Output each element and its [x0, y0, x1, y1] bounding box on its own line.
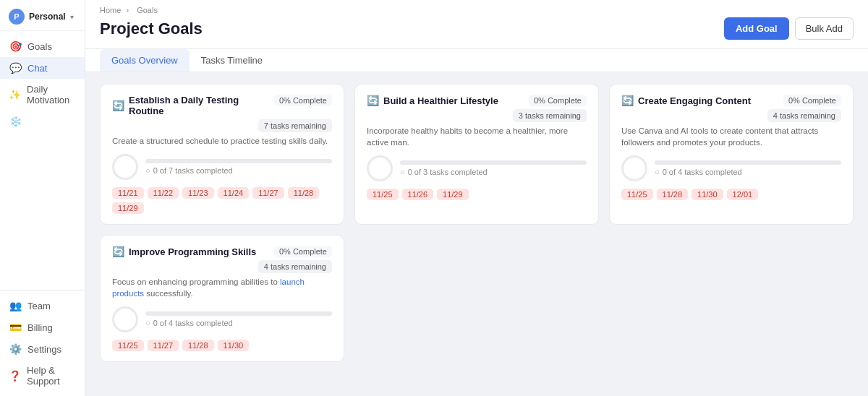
- goals-grid-row2: 🔄 Improve Programming Skills 0% Complete…: [100, 235, 854, 362]
- main-content: Home › Goals Project Goals Add Goal Bulk…: [85, 0, 868, 396]
- goal-desc-1: Create a structured schedule to practice…: [112, 135, 332, 147]
- bulk-add-button[interactable]: Bulk Add: [795, 17, 854, 40]
- date-chip: 11/25: [621, 189, 653, 200]
- progress-icon-3: ○: [655, 168, 660, 176]
- tab-goals-overview[interactable]: Goals Overview: [100, 49, 190, 72]
- goal-badge-2: 0% Complete: [529, 95, 587, 106]
- sidebar-item-billing[interactable]: 💳 Billing: [0, 317, 85, 338]
- progress-circle-3: [621, 155, 647, 181]
- goal-tasks-1: 7 tasks remaining: [258, 119, 332, 132]
- date-chip: 11/23: [182, 187, 214, 199]
- breadcrumb-home[interactable]: Home: [100, 6, 121, 14]
- date-chip: 11/27: [148, 340, 179, 351]
- goal-icon-4: 🔄: [112, 246, 124, 257]
- goal-title-1: Establish a Daily Testing Routine: [129, 95, 274, 116]
- date-chip: 12/01: [727, 189, 759, 200]
- goal-dates-3: 11/25 11/28 11/30 12/01: [621, 189, 841, 200]
- goal-progress-4: ○ 0 of 4 tasks completed: [112, 306, 332, 332]
- sidebar: P Personal ▾ 🎯 Goals 💬 Chat ✨ Daily Moti…: [0, 0, 85, 396]
- progress-circle-2: [367, 155, 393, 181]
- goal-icon-1: 🔄: [112, 100, 124, 111]
- goal-dates-1: 11/21 11/22 11/23 11/24 11/27 11/28 11/2…: [112, 187, 332, 214]
- date-chip: 11/29: [437, 189, 469, 200]
- sidebar-label-team: Team: [27, 301, 51, 311]
- desc-link-4[interactable]: launch products: [112, 277, 305, 298]
- progress-text-2: 0 of 3 tasks completed: [408, 168, 488, 176]
- team-icon: 👥: [9, 300, 22, 311]
- progress-icon-1: ○: [145, 166, 150, 175]
- goal-badge-3: 0% Complete: [783, 95, 841, 106]
- date-chip: 11/26: [402, 189, 434, 200]
- sidebar-nav: 🎯 Goals 💬 Chat ✨ Daily Motivation ❄️: [0, 31, 85, 290]
- goals-area: 🔄 Establish a Daily Testing Routine 0% C…: [85, 72, 868, 396]
- date-chip: 11/28: [657, 189, 689, 200]
- progress-bar-wrap-3: ○ 0 of 4 tasks completed: [655, 160, 841, 176]
- goal-tasks-3: 4 tasks remaining: [767, 109, 841, 122]
- sidebar-item-extra[interactable]: ❄️: [0, 111, 85, 132]
- goal-progress-3: ○ 0 of 4 tasks completed: [621, 155, 841, 181]
- progress-bar-wrap-4: ○ 0 of 4 tasks completed: [145, 311, 332, 327]
- motivation-icon: ✨: [9, 89, 21, 100]
- breadcrumb: Home › Goals: [100, 6, 854, 14]
- goals-icon: 🎯: [9, 40, 22, 52]
- goal-title-2: Build a Healthier Lifestyle: [383, 95, 498, 106]
- goal-icon-3: 🔄: [621, 95, 634, 106]
- sidebar-item-settings[interactable]: ⚙️ Settings: [0, 338, 85, 360]
- sidebar-item-team[interactable]: 👥 Team: [0, 295, 85, 317]
- tab-tasks-timeline[interactable]: Tasks Timeline: [190, 49, 274, 72]
- progress-text-4: 0 of 4 tasks completed: [153, 319, 233, 327]
- sidebar-label-settings: Settings: [27, 344, 61, 355]
- date-chip: 11/30: [218, 340, 250, 351]
- sidebar-label-billing: Billing: [27, 322, 53, 333]
- sidebar-item-chat[interactable]: 💬 Chat: [0, 57, 85, 79]
- goal-card-4: 🔄 Improve Programming Skills 0% Complete…: [100, 235, 344, 362]
- goal-dates-2: 11/25 11/26 11/29: [367, 189, 587, 200]
- goal-progress-1: ○ 0 of 7 tasks completed: [112, 154, 332, 180]
- goal-progress-2: ○ 0 of 3 tasks completed: [367, 155, 587, 181]
- progress-text-3: 0 of 4 tasks completed: [663, 168, 742, 176]
- sidebar-item-goals[interactable]: 🎯 Goals: [0, 35, 85, 57]
- breadcrumb-separator: ›: [126, 6, 129, 14]
- sidebar-label-motivation: Daily Motivation: [27, 84, 76, 106]
- goal-tasks-2: 3 tasks remaining: [513, 109, 587, 122]
- progress-bar-wrap-1: ○ 0 of 7 tasks completed: [145, 159, 332, 175]
- sidebar-bottom: 👥 Team 💳 Billing ⚙️ Settings ❓ Help & Su…: [0, 290, 85, 396]
- goal-desc-2: Incorporate healthy habits to become a h…: [367, 125, 587, 148]
- goals-grid-row1: 🔄 Establish a Daily Testing Routine 0% C…: [100, 84, 854, 225]
- goal-desc-4: Focus on enhancing programming abilities…: [112, 276, 332, 299]
- date-chip: 11/30: [692, 189, 723, 200]
- org-name: Personal: [29, 12, 66, 22]
- goal-title-4: Improve Programming Skills: [129, 246, 256, 257]
- progress-circle-4: [112, 306, 138, 332]
- date-chip: 11/28: [182, 340, 214, 351]
- org-logo: P: [9, 9, 25, 25]
- empty-cell-1: [354, 235, 599, 362]
- date-chip: 11/25: [367, 189, 399, 200]
- date-chip: 11/28: [288, 187, 320, 199]
- progress-text-1: 0 of 7 tasks completed: [153, 166, 233, 175]
- add-goal-button[interactable]: Add Goal: [724, 17, 789, 40]
- org-switcher[interactable]: P Personal ▾: [0, 0, 85, 31]
- breadcrumb-goals: Goals: [137, 6, 158, 14]
- goal-tasks-4: 4 tasks remaining: [258, 260, 332, 273]
- goal-card-1: 🔄 Establish a Daily Testing Routine 0% C…: [100, 84, 344, 225]
- billing-icon: 💳: [9, 322, 22, 333]
- progress-icon-4: ○: [145, 319, 150, 327]
- progress-circle-1: [112, 154, 138, 180]
- goal-badge-4: 0% Complete: [274, 246, 332, 257]
- sidebar-item-daily-motivation[interactable]: ✨ Daily Motivation: [0, 79, 85, 111]
- chevron-down-icon: ▾: [70, 13, 74, 21]
- goal-card-2: 🔄 Build a Healthier Lifestyle 0% Complet…: [354, 84, 599, 225]
- help-icon: ❓: [9, 370, 21, 382]
- settings-icon: ⚙️: [9, 343, 22, 355]
- goal-desc-3: Use Canva and AI tools to create content…: [621, 125, 841, 148]
- date-chip: 11/29: [112, 202, 144, 214]
- date-chip: 11/25: [112, 340, 144, 351]
- sidebar-label-help: Help & Support: [27, 365, 76, 387]
- empty-cell-2: [609, 235, 854, 362]
- chat-icon: 💬: [9, 62, 22, 74]
- progress-bar-wrap-2: ○ 0 of 3 tasks completed: [400, 160, 587, 176]
- goal-dates-4: 11/25 11/27 11/28 11/30: [112, 340, 332, 351]
- date-chip: 11/24: [218, 187, 250, 199]
- sidebar-item-help[interactable]: ❓ Help & Support: [0, 360, 85, 392]
